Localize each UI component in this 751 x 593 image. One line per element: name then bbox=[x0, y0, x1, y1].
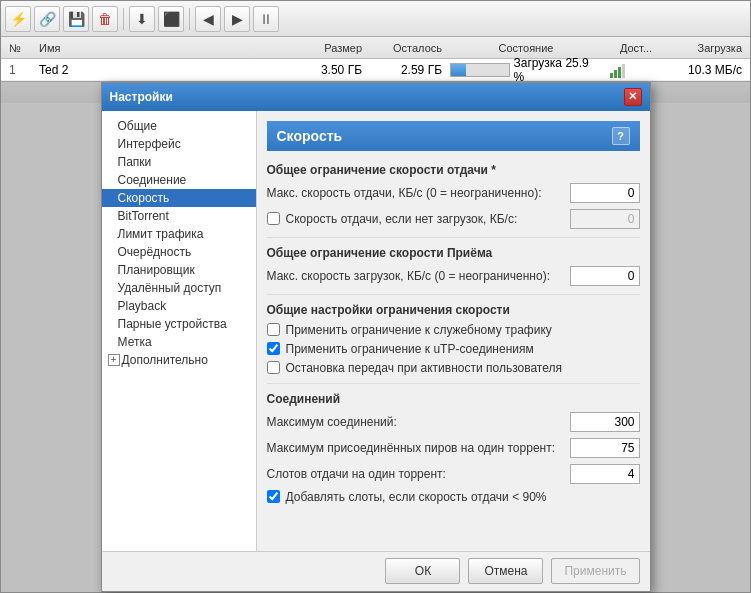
upload-max-input[interactable] bbox=[570, 183, 640, 203]
check-utp[interactable] bbox=[267, 342, 280, 355]
upload-idle-checkbox[interactable] bbox=[267, 212, 280, 225]
upload-max-row: Макс. скорость отдачи, КБ/с (0 = неогран… bbox=[267, 183, 640, 203]
check-service-traffic[interactable] bbox=[267, 323, 280, 336]
dialog-footer: ОК Отмена Применить bbox=[102, 551, 650, 591]
divider-2 bbox=[267, 294, 640, 295]
check-utp-label: Применить ограничение к uTP-соединениям bbox=[286, 342, 534, 356]
check-service-traffic-label: Применить ограничение к служебному трафи… bbox=[286, 323, 552, 337]
separator-1 bbox=[123, 8, 124, 30]
check-utp-row: Применить ограничение к uTP-соединениям bbox=[267, 342, 640, 356]
download-max-input[interactable] bbox=[570, 266, 640, 286]
nav-panel: Общие Интерфейс Папки Соединение Скорост… bbox=[102, 111, 257, 551]
content-header-title: Скорость bbox=[277, 128, 343, 144]
cell-avail bbox=[606, 62, 666, 78]
apply-button[interactable]: Применить bbox=[551, 558, 639, 584]
check-user-activity-row: Остановка передач при активности пользов… bbox=[267, 361, 640, 375]
signal-bar-3 bbox=[618, 67, 621, 78]
nav-item-speed[interactable]: Скорость bbox=[102, 189, 256, 207]
help-button[interactable]: ? bbox=[612, 127, 630, 145]
nav-item-interface[interactable]: Интерфейс bbox=[102, 135, 256, 153]
col-header-speed: Загрузка bbox=[666, 42, 746, 54]
toolbar-btn-prev[interactable]: ◀ bbox=[195, 6, 221, 32]
dialog-close-button[interactable]: ✕ bbox=[624, 88, 642, 106]
download-max-row: Макс. скорость загрузок, КБ/с (0 = неогр… bbox=[267, 266, 640, 286]
nav-item-advanced[interactable]: + Дополнительно bbox=[102, 351, 256, 369]
nav-item-connection[interactable]: Соединение bbox=[102, 171, 256, 189]
toolbar-btn-stop[interactable]: ⬛ bbox=[158, 6, 184, 32]
nav-item-paired[interactable]: Парные устройства bbox=[102, 315, 256, 333]
upload-idle-row: Скорость отдачи, если нет загрузок, КБ/с… bbox=[267, 209, 640, 229]
slots-input[interactable] bbox=[570, 464, 640, 484]
slots-checkbox-label: Добавлять слоты, если скорость отдачи < … bbox=[286, 490, 547, 504]
slots-label: Слотов отдачи на один торрент: bbox=[267, 467, 570, 481]
bottom-area: Настройки ✕ Общие Интерфейс Папки Соедин… bbox=[1, 81, 750, 592]
progress-bar-container bbox=[450, 63, 510, 77]
upload-idle-input[interactable] bbox=[570, 209, 640, 229]
toolbar-btn-delete[interactable]: 🗑 bbox=[92, 6, 118, 32]
progress-bar-fill bbox=[451, 64, 466, 76]
max-conn-input[interactable] bbox=[570, 412, 640, 432]
nav-item-bittorrent[interactable]: BitTorrent bbox=[102, 207, 256, 225]
col-header-num: № bbox=[5, 42, 35, 54]
content-panel: Скорость ? Общее ограничение скорости от… bbox=[257, 111, 650, 551]
toolbar-btn-download[interactable]: ⬇ bbox=[129, 6, 155, 32]
max-peers-input[interactable] bbox=[570, 438, 640, 458]
col-header-remain: Осталось bbox=[366, 42, 446, 54]
upload-idle-label: Скорость отдачи, если нет загрузок, КБ/с… bbox=[286, 212, 518, 226]
dialog-title: Настройки bbox=[110, 90, 173, 104]
cancel-button[interactable]: Отмена bbox=[468, 558, 543, 584]
upload-max-label: Макс. скорость отдачи, КБ/с (0 = неогран… bbox=[267, 186, 570, 200]
nav-item-folders[interactable]: Папки bbox=[102, 153, 256, 171]
status-text: Загрузка 25.9 % bbox=[514, 56, 602, 84]
nav-item-general[interactable]: Общие bbox=[102, 117, 256, 135]
nav-item-traffic-limit[interactable]: Лимит трафика bbox=[102, 225, 256, 243]
cell-num: 1 bbox=[5, 63, 35, 77]
nav-item-remote[interactable]: Удалённый доступ bbox=[102, 279, 256, 297]
col-header-size: Размер bbox=[286, 42, 366, 54]
table-row[interactable]: 1 Ted 2 3.50 ГБ 2.59 ГБ Загрузка 25.9 % … bbox=[1, 59, 750, 81]
check-user-activity-label: Остановка передач при активности пользов… bbox=[286, 361, 563, 375]
signal-bar-2 bbox=[614, 70, 617, 78]
toolbar-btn-add[interactable]: ⚡ bbox=[5, 6, 31, 32]
download-section-title: Общее ограничение скорости Приёма bbox=[267, 246, 640, 260]
check-service-traffic-row: Применить ограничение к служебному трафи… bbox=[267, 323, 640, 337]
max-conn-label: Максимум соединений: bbox=[267, 415, 570, 429]
download-max-label: Макс. скорость загрузок, КБ/с (0 = неогр… bbox=[267, 269, 570, 283]
max-peers-label: Максимум присоединённых пиров на один то… bbox=[267, 441, 570, 455]
slots-row: Слотов отдачи на один торрент: bbox=[267, 464, 640, 484]
nav-item-scheduler[interactable]: Планировщик bbox=[102, 261, 256, 279]
toolbar-btn-next[interactable]: ▶ bbox=[224, 6, 250, 32]
max-peers-row: Максимум присоединённых пиров на один то… bbox=[267, 438, 640, 458]
ok-button[interactable]: ОК bbox=[385, 558, 460, 584]
dialog-titlebar: Настройки ✕ bbox=[102, 83, 650, 111]
toolbar-btn-save[interactable]: 💾 bbox=[63, 6, 89, 32]
nav-item-label[interactable]: Метка bbox=[102, 333, 256, 351]
cell-status: Загрузка 25.9 % bbox=[446, 56, 606, 84]
cell-speed: 10.3 МБ/с bbox=[666, 63, 746, 77]
slots-checkbox[interactable] bbox=[267, 490, 280, 503]
check-user-activity[interactable] bbox=[267, 361, 280, 374]
expand-icon: + bbox=[108, 354, 120, 366]
nav-item-advanced-label: Дополнительно bbox=[122, 353, 208, 367]
slots-checkbox-row: Добавлять слоты, если скорость отдачи < … bbox=[267, 490, 640, 504]
nav-item-playback[interactable]: Playback bbox=[102, 297, 256, 315]
table-header: № Имя Размер Осталось Состояние Дост... … bbox=[1, 37, 750, 59]
signal-bar-4 bbox=[622, 64, 625, 78]
cell-remain: 2.59 ГБ bbox=[366, 63, 446, 77]
toolbar-btn-link[interactable]: 🔗 bbox=[34, 6, 60, 32]
separator-2 bbox=[189, 8, 190, 30]
toolbar: ⚡ 🔗 💾 🗑 ⬇ ⬛ ◀ ▶ ⏸ bbox=[1, 1, 750, 37]
cell-size: 3.50 ГБ bbox=[286, 63, 366, 77]
dialog-body: Общие Интерфейс Папки Соединение Скорост… bbox=[102, 111, 650, 551]
signal-icon bbox=[610, 62, 662, 78]
max-conn-row: Максимум соединений: bbox=[267, 412, 640, 432]
toolbar-btn-pause[interactable]: ⏸ bbox=[253, 6, 279, 32]
upload-section-title: Общее ограничение скорости отдачи * bbox=[267, 163, 640, 177]
col-header-status: Состояние bbox=[446, 42, 606, 54]
nav-item-queue[interactable]: Очерёдность bbox=[102, 243, 256, 261]
dialog-overlay: Настройки ✕ Общие Интерфейс Папки Соедин… bbox=[1, 81, 750, 592]
col-header-avail: Дост... bbox=[606, 42, 666, 54]
app-window: ⚡ 🔗 💾 🗑 ⬇ ⬛ ◀ ▶ ⏸ № Имя Размер Осталось … bbox=[0, 0, 751, 593]
divider-1 bbox=[267, 237, 640, 238]
general-limit-title: Общие настройки ограничения скорости bbox=[267, 303, 640, 317]
